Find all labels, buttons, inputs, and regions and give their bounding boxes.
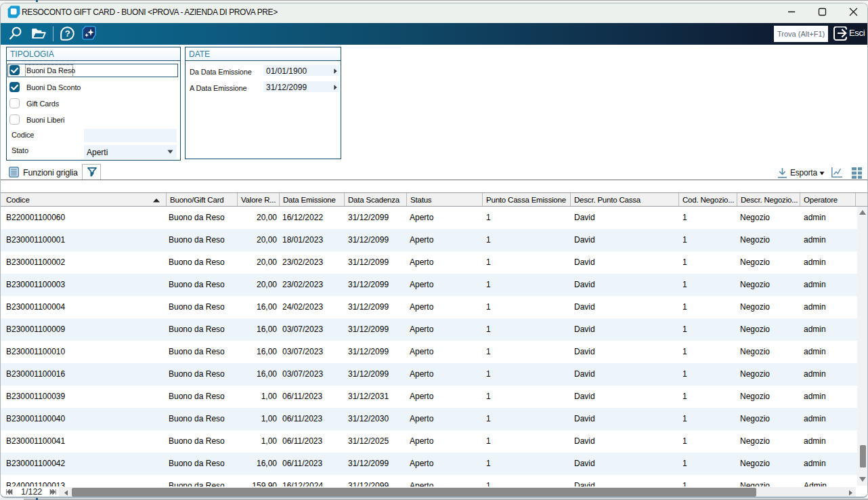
svg-text:?: ? bbox=[65, 28, 70, 39]
